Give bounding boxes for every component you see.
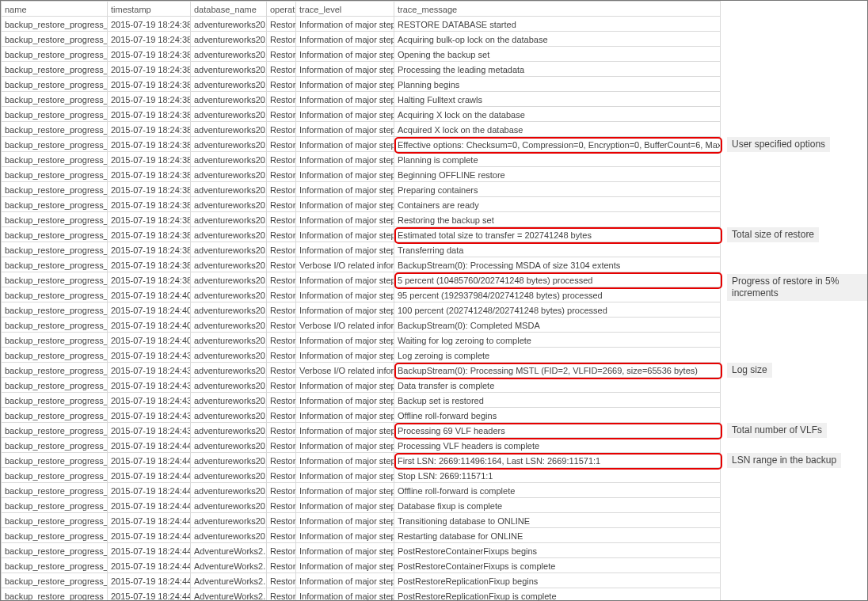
cell-trace-message[interactable]: Estimated total size to transfer = 20274… (394, 227, 721, 242)
cell-name[interactable]: backup_restore_progress_trace (2, 393, 108, 408)
cell-operation[interactable]: Restore (267, 393, 296, 408)
cell-operation[interactable]: Restore (267, 498, 296, 513)
cell-timestamp[interactable]: 2015-07-19 18:24:38... (108, 77, 191, 92)
cell-name[interactable]: backup_restore_progress_trace (2, 302, 108, 318)
table-row[interactable]: backup_restore_progress_trace2015-07-19 … (2, 348, 869, 363)
cell-trace-level[interactable]: Information of major steps in ... (296, 423, 394, 438)
cell-trace-level[interactable]: Information of major steps in ... (296, 152, 394, 167)
cell-timestamp[interactable]: 2015-07-19 18:24:44... (108, 513, 191, 528)
cell-timestamp[interactable]: 2015-07-19 18:24:44... (108, 453, 191, 468)
cell-name[interactable]: backup_restore_progress_trace (2, 513, 108, 528)
cell-timestamp[interactable]: 2015-07-19 18:24:38... (108, 227, 191, 242)
cell-database[interactable]: adventureworks2012 (191, 423, 267, 438)
table-row[interactable]: backup_restore_progress_trace2015-07-19 … (2, 77, 869, 92)
table-row[interactable]: backup_restore_progress_trace2015-07-19 … (2, 227, 869, 242)
cell-trace-message[interactable]: Halting Fulltext crawls (394, 92, 721, 107)
cell-operation[interactable]: Restore (267, 122, 296, 137)
cell-database[interactable]: adventureworks2012 (191, 318, 267, 333)
cell-trace-level[interactable]: Information of major steps in ... (296, 453, 394, 468)
cell-timestamp[interactable]: 2015-07-19 18:24:44... (108, 498, 191, 513)
cell-name[interactable]: backup_restore_progress_trace (2, 62, 108, 77)
cell-timestamp[interactable]: 2015-07-19 18:24:38... (108, 242, 191, 257)
table-row[interactable]: backup_restore_progress_trace2015-07-19 … (2, 378, 869, 393)
cell-operation[interactable]: Restore (267, 17, 296, 32)
col-trace-message[interactable]: trace_message (394, 2, 721, 17)
cell-timestamp[interactable]: 2015-07-19 18:24:44... (108, 558, 191, 573)
cell-operation[interactable]: Restore (267, 197, 296, 212)
cell-trace-level[interactable]: Information of major steps in ... (296, 92, 394, 107)
cell-trace-message[interactable]: BackupStream(0): Processing MSTL (FID=2,… (394, 363, 721, 378)
table-row[interactable]: backup_restore_progress_trace2015-07-19 … (2, 498, 869, 513)
table-row[interactable]: backup_restore_progress_trace2015-07-19 … (2, 438, 869, 453)
cell-name[interactable]: backup_restore_progress_trace (2, 558, 108, 573)
cell-trace-message[interactable]: Transferring data (394, 242, 721, 257)
cell-trace-message[interactable]: BackupStream(0): Completed MSDA (394, 318, 721, 333)
cell-trace-level[interactable]: Verbose I/O related informati... (296, 257, 394, 272)
cell-trace-message[interactable]: Planning begins (394, 77, 721, 92)
cell-operation[interactable]: Restore (267, 77, 296, 92)
cell-name[interactable]: backup_restore_progress_trace (2, 287, 108, 302)
cell-trace-level[interactable]: Information of major steps in ... (296, 528, 394, 543)
cell-database[interactable]: adventureworks2012 (191, 167, 267, 182)
cell-trace-message[interactable]: 5 percent (10485760/202741248 bytes) pro… (394, 272, 721, 287)
cell-trace-level[interactable]: Information of major steps in ... (296, 573, 394, 588)
cell-trace-message[interactable]: 95 percent (192937984/202741248 bytes) p… (394, 287, 721, 302)
cell-database[interactable]: adventureworks2012 (191, 513, 267, 528)
cell-database[interactable]: adventureworks2012 (191, 257, 267, 272)
cell-trace-message[interactable]: Stop LSN: 2669:11571:1 (394, 468, 721, 483)
cell-name[interactable]: backup_restore_progress_trace (2, 197, 108, 212)
cell-trace-level[interactable]: Information of major steps in ... (296, 32, 394, 47)
cell-trace-message[interactable]: Restarting database for ONLINE (394, 528, 721, 543)
cell-trace-level[interactable]: Information of major steps in ... (296, 302, 394, 318)
cell-operation[interactable]: Restore (267, 92, 296, 107)
trace-table[interactable]: name timestamp database_name operati... … (1, 1, 868, 601)
cell-name[interactable]: backup_restore_progress_trace (2, 348, 108, 363)
cell-database[interactable]: adventureworks2012 (191, 483, 267, 498)
cell-database[interactable]: adventureworks2012 (191, 302, 267, 318)
cell-timestamp[interactable]: 2015-07-19 18:24:43... (108, 393, 191, 408)
cell-database[interactable]: adventureworks2012 (191, 107, 267, 122)
cell-name[interactable]: backup_restore_progress_trace (2, 122, 108, 137)
cell-trace-level[interactable]: Information of major steps in ... (296, 348, 394, 363)
cell-database[interactable]: adventureworks2012 (191, 62, 267, 77)
cell-trace-level[interactable]: Information of major steps in ... (296, 408, 394, 423)
cell-database[interactable]: AdventureWorks2... (191, 543, 267, 558)
cell-trace-message[interactable]: Acquiring X lock on the database (394, 107, 721, 122)
cell-name[interactable]: backup_restore_progress_trace (2, 483, 108, 498)
cell-trace-level[interactable]: Information of major steps in ... (296, 17, 394, 32)
col-timestamp[interactable]: timestamp (108, 2, 191, 17)
cell-timestamp[interactable]: 2015-07-19 18:24:38... (108, 272, 191, 287)
table-row[interactable]: backup_restore_progress_trace2015-07-19 … (2, 107, 869, 122)
cell-trace-level[interactable]: Information of major steps in ... (296, 333, 394, 348)
cell-name[interactable]: backup_restore_progress_trace (2, 47, 108, 62)
cell-trace-message[interactable]: Planning is complete (394, 152, 721, 167)
cell-database[interactable]: adventureworks2012 (191, 77, 267, 92)
table-row[interactable]: backup_restore_progress_trace2015-07-19 … (2, 62, 869, 77)
cell-database[interactable]: adventureworks2012 (191, 197, 267, 212)
cell-name[interactable]: backup_restore_progress_trace (2, 588, 108, 602)
cell-trace-level[interactable]: Information of major steps in ... (296, 182, 394, 197)
cell-trace-message[interactable]: BackupStream(0): Processing MSDA of size… (394, 257, 721, 272)
cell-trace-level[interactable]: Verbose I/O related informati... (296, 363, 394, 378)
cell-database[interactable]: adventureworks2012 (191, 287, 267, 302)
cell-operation[interactable]: Restore (267, 363, 296, 378)
cell-name[interactable]: backup_restore_progress_trace (2, 137, 108, 152)
cell-database[interactable]: adventureworks2012 (191, 152, 267, 167)
cell-name[interactable]: backup_restore_progress_trace (2, 573, 108, 588)
cell-trace-level[interactable]: Information of major steps in ... (296, 393, 394, 408)
col-database-name[interactable]: database_name (191, 2, 267, 17)
table-row[interactable]: backup_restore_progress_trace2015-07-19 … (2, 423, 869, 438)
cell-database[interactable]: adventureworks2012 (191, 528, 267, 543)
cell-name[interactable]: backup_restore_progress_trace (2, 333, 108, 348)
table-row[interactable]: backup_restore_progress_trace2015-07-19 … (2, 242, 869, 257)
cell-trace-message[interactable]: Opening the backup set (394, 47, 721, 62)
cell-operation[interactable]: Restore (267, 573, 296, 588)
cell-timestamp[interactable]: 2015-07-19 18:24:38... (108, 62, 191, 77)
cell-trace-message[interactable]: Acquired X lock on the database (394, 122, 721, 137)
cell-timestamp[interactable]: 2015-07-19 18:24:44... (108, 588, 191, 602)
cell-trace-level[interactable]: Information of major steps in ... (296, 498, 394, 513)
cell-name[interactable]: backup_restore_progress_trace (2, 423, 108, 438)
table-row[interactable]: backup_restore_progress_trace2015-07-19 … (2, 32, 869, 47)
cell-name[interactable]: backup_restore_progress_trace (2, 498, 108, 513)
table-header-row[interactable]: name timestamp database_name operati... … (2, 2, 869, 17)
